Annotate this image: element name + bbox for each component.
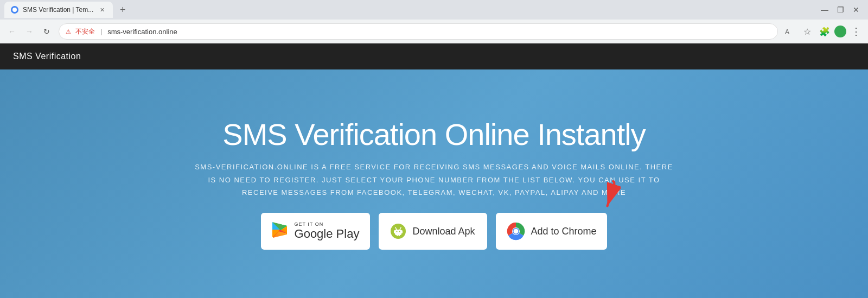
nav-actions: A ☆ 🧩 ⋮ [782, 24, 864, 39]
svg-rect-8 [401, 230, 403, 233]
svg-text:A: A [785, 28, 789, 36]
restore-button[interactable]: ❐ [837, 5, 844, 14]
site-navbar: SMS Verification [0, 43, 868, 69]
svg-rect-7 [394, 230, 395, 233]
android-icon [390, 223, 407, 240]
browser-content: SMS Verification SMS Verification Online… [0, 43, 868, 298]
site-brand: SMS Verification [13, 52, 81, 61]
hero-buttons: GET IT ON Google Play [261, 213, 608, 250]
security-label: 不安全 [75, 27, 95, 36]
window-controls: — ❐ ✕ [821, 5, 864, 14]
svg-point-13 [397, 231, 398, 232]
address-bar[interactable]: ⚠ 不安全 | sms-verification.online [59, 23, 778, 40]
hero-title: SMS Verification Online Instantly [222, 118, 645, 151]
add-to-chrome-label: Add to Chrome [531, 226, 596, 237]
google-play-small-text: GET IT ON [295, 221, 324, 227]
tab-favicon [11, 6, 18, 14]
google-play-large-text: Google Play [295, 227, 360, 241]
chrome-icon [507, 222, 525, 240]
profile-button[interactable] [834, 26, 846, 37]
refresh-button[interactable]: ↻ [39, 24, 54, 39]
bookmark-button[interactable]: ☆ [800, 24, 815, 39]
svg-rect-10 [399, 234, 400, 236]
svg-rect-6 [395, 230, 401, 235]
download-apk-button[interactable]: Download Apk [379, 213, 487, 250]
translate-button[interactable]: A [782, 24, 797, 39]
browser-frame: SMS Verification | Tem... ✕ + — ❐ ✕ ← → … [0, 0, 868, 298]
close-window-button[interactable]: ✕ [853, 5, 859, 14]
svg-point-0 [12, 8, 17, 12]
svg-point-19 [514, 229, 519, 234]
tab-title: SMS Verification | Tem... [23, 6, 93, 14]
google-play-icon [272, 221, 289, 241]
browser-tab[interactable]: SMS Verification | Tem... ✕ [4, 2, 113, 18]
red-arrow [583, 177, 621, 215]
add-to-chrome-button[interactable]: Add to Chrome [496, 213, 607, 250]
new-tab-button[interactable]: + [115, 2, 130, 17]
forward-button[interactable]: → [22, 24, 37, 39]
extensions-button[interactable]: 🧩 [817, 24, 832, 39]
tab-close-button[interactable]: ✕ [98, 5, 106, 14]
security-icon: ⚠ [66, 28, 71, 35]
nav-bar: ← → ↻ ⚠ 不安全 | sms-verification.online A … [0, 20, 868, 43]
google-play-text: GET IT ON Google Play [295, 221, 360, 241]
svg-point-14 [399, 231, 400, 232]
more-button[interactable]: ⋮ [848, 24, 864, 39]
hero-section: SMS Verification Online Instantly SMS-VE… [0, 69, 868, 298]
google-play-button[interactable]: GET IT ON Google Play [261, 213, 371, 250]
download-apk-label: Download Apk [412, 226, 475, 237]
url-text: sms-verification.online [107, 28, 771, 36]
back-button[interactable]: ← [4, 24, 20, 39]
svg-rect-9 [397, 234, 398, 236]
title-bar: SMS Verification | Tem... ✕ + — ❐ ✕ [0, 0, 868, 20]
minimize-button[interactable]: — [821, 5, 828, 14]
